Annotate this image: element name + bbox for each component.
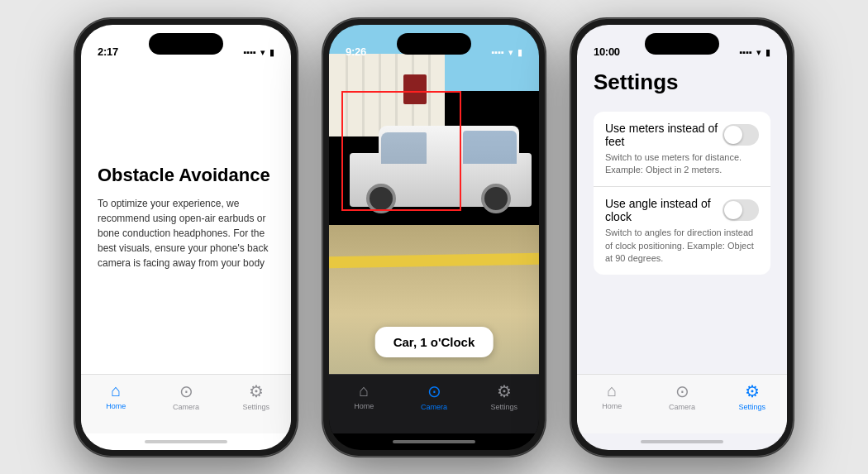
home-tab-icon-1: ⌂ [111,381,121,400]
settings-tab-icon-3: ⚙ [745,381,760,401]
tab-settings-3[interactable]: ⚙ Settings [717,381,787,411]
status-icons-3: ▪▪▪▪ ▾ ▮ [739,47,770,58]
tab-label-camera-1: Camera [173,403,199,411]
phone-home: 2:17 ▪▪▪▪ ▾ ▮ Obstacle Avoidance To opti… [74,18,298,457]
home-bar-2 [393,440,475,443]
home-bar-1 [145,440,227,443]
home-bar-3 [641,440,723,443]
tab-bar-1: ⌂ Home ⊙ Camera ⚙ Settings [81,374,291,433]
camera-content: 9:26 ▪▪▪▪ ▾ ▮ [329,25,539,374]
angle-toggle-label: Use angle instead of clock [605,197,723,223]
tab-label-home-3: Home [602,402,622,410]
dynamic-island-3 [645,33,719,55]
battery-icon-2: ▮ [517,47,522,58]
home-indicator-2 [329,433,539,450]
tab-home-2[interactable]: ⌂ Home [329,381,399,410]
settings-tab-icon-2: ⚙ [497,381,512,401]
camera-tab-icon-1: ⊙ [179,381,193,401]
settings-row-meters: Use meters instead of feet Switch to use… [594,112,770,188]
wifi-icon-1: ▾ [260,47,265,58]
camera-tab-icon-2: ⊙ [427,381,441,401]
status-time-3: 10:00 [594,45,620,58]
tab-label-camera-3: Camera [669,403,695,411]
home-title: Obstacle Avoidance [98,165,274,186]
settings-title: Settings [594,69,770,95]
dynamic-island-1 [149,33,223,55]
tab-label-settings-3: Settings [738,403,765,411]
status-time-2: 9:26 [346,45,366,58]
phone-camera: 9:26 ▪▪▪▪ ▾ ▮ [322,18,546,457]
home-indicator-1 [81,433,291,450]
settings-row-meters-header: Use meters instead of feet [605,122,759,148]
tab-settings-2[interactable]: ⚙ Settings [469,381,539,411]
tab-bar-3: ⌂ Home ⊙ Camera ⚙ Settings [577,374,787,433]
tab-settings-1[interactable]: ⚙ Settings [221,381,291,411]
tab-camera-2[interactable]: ⊙ Camera [399,381,470,411]
phones-container: 2:17 ▪▪▪▪ ▾ ▮ Obstacle Avoidance To opti… [58,2,810,473]
home-tab-icon-3: ⌂ [607,381,617,400]
tab-label-home-1: Home [106,402,126,410]
windshield [463,131,517,164]
tab-camera-1[interactable]: ⊙ Camera [151,381,222,411]
settings-spacer [577,275,787,373]
wifi-icon-3: ▾ [756,47,761,58]
battery-icon-3: ▮ [765,47,770,58]
tab-bar-2: ⌂ Home ⊙ Camera ⚙ Settings [329,374,539,433]
home-tab-icon-2: ⌂ [359,381,369,400]
tab-home-1[interactable]: ⌂ Home [81,381,151,410]
angle-toggle[interactable] [723,199,759,221]
battery-icon-1: ▮ [269,47,274,58]
home-indicator-3 [577,433,787,450]
meters-toggle-label: Use meters instead of feet [605,122,723,148]
wifi-icon-2: ▾ [508,47,513,58]
tab-home-3[interactable]: ⌂ Home [577,381,647,410]
settings-row-angle: Use angle instead of clock Switch to ang… [594,187,770,275]
camera-label: Car, 1 o'Clock [375,327,494,357]
tab-label-home-2: Home [354,402,374,410]
wheel-front [481,184,511,213]
tab-label-settings-2: Settings [490,403,517,411]
phone-settings: 10:00 ▪▪▪▪ ▾ ▮ Settings Use meters inste… [570,18,794,457]
camera-scene: Car, 1 o'Clock [329,25,539,374]
detection-box [341,91,461,211]
status-time-1: 2:17 [98,45,118,58]
settings-card: Use meters instead of feet Switch to use… [594,112,770,275]
tab-camera-3[interactable]: ⊙ Camera [647,381,718,411]
settings-tab-icon-1: ⚙ [249,381,264,401]
home-desc: To optimize your experience, we recommen… [98,196,274,271]
dynamic-island-2 [397,33,471,55]
status-icons-2: ▪▪▪▪ ▾ ▮ [491,47,522,58]
signal-icon-3: ▪▪▪▪ [739,47,752,57]
home-content: Obstacle Avoidance To optimize your expe… [81,61,291,374]
tab-label-camera-2: Camera [421,403,447,411]
status-icons-1: ▪▪▪▪ ▾ ▮ [243,47,274,58]
settings-content: Settings Use meters instead of feet Swit… [577,61,787,275]
camera-tab-icon-3: ⊙ [675,381,689,401]
angle-desc: Switch to angles for direction instead o… [605,227,759,265]
tab-label-settings-1: Settings [242,403,269,411]
meters-desc: Switch to use meters for distance. Examp… [605,151,759,177]
settings-row-angle-header: Use angle instead of clock [605,197,759,223]
meters-toggle[interactable] [723,124,759,146]
signal-icon-1: ▪▪▪▪ [243,47,256,57]
signal-icon-2: ▪▪▪▪ [491,47,504,57]
